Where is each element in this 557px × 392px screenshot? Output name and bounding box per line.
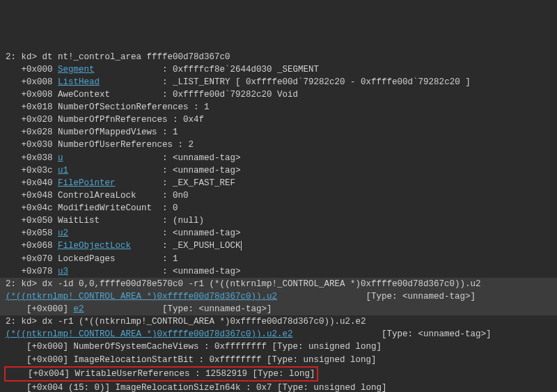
struct-field-name: NumberOfUserReferences (58, 140, 173, 150)
command-line: 2: kd> dx -id 0,0,ffffe00d78e570c0 -r1 (… (0, 278, 557, 290)
struct-row: +0x008 ListHead : _LIST_ENTRY [ 0xffffe0… (0, 76, 557, 88)
struct-field-value: _EX_PUSH_LOCK (173, 241, 241, 251)
struct-field-value: 1 (173, 254, 178, 264)
offset: +0x038 (6, 153, 58, 163)
struct-field-name: LockedPages (58, 254, 116, 264)
struct-field-value: _LIST_ENTRY [ 0xffffe00d`79282c20 - 0xff… (173, 77, 471, 87)
struct-field-value: 0n0 (173, 191, 189, 201)
type-annotation: [Type: <unnamed-tag>] (84, 304, 272, 314)
output-row: (*((ntkrnlmp!_CONTROL_AREA *)0xffffe00d7… (0, 290, 557, 303)
bitfield-row: [+0x004 (15: 0)] ImageRelocationSizeIn64… (0, 382, 557, 392)
output-row: [+0x000] e2 [Type: <unnamed-tag>] (0, 303, 557, 315)
struct-field-value: 1 (173, 127, 178, 137)
struct-field-value: <unnamed-tag> (173, 153, 241, 163)
struct-field-name: WaitList (58, 216, 100, 226)
offset: +0x030 (6, 140, 58, 150)
offset: [+0x000] (6, 304, 74, 314)
struct-field-link[interactable]: u (58, 153, 63, 163)
struct-row: +0x070 LockedPages : 1 (0, 253, 557, 265)
struct-row: +0x050 WaitList : (null) (0, 214, 557, 227)
offset: +0x070 (6, 254, 58, 264)
struct-row: +0x048 ControlAreaLock : 0n0 (0, 189, 557, 202)
struct-row: +0x030 NumberOfUserReferences : 2 (0, 139, 557, 151)
type-annotation: [Type: <unnamed-tag>] (277, 292, 476, 301)
prompt: 2: kd> (6, 52, 42, 62)
struct-field-name: NumberOfSectionReferences (58, 102, 189, 112)
command-text: dt nt!_control_area ffffe00d78d367c0 (42, 52, 230, 62)
struct-row: +0x000 Segment : 0xffffcf8e`2644d030 _SE… (0, 63, 557, 76)
struct-field-value: <unnamed-tag> (173, 166, 241, 175)
struct-row: +0x078 u3 : <unnamed-tag> (0, 265, 557, 278)
struct-row: +0x028 NumberOfMappedViews : 1 (0, 126, 557, 139)
struct-row: +0x008 AweContext : 0xffffe00d`79282c20 … (0, 88, 557, 101)
struct-field-link[interactable]: FileObjectLock (58, 241, 131, 251)
struct-field-value: 0x4f (183, 115, 204, 125)
struct-field-link[interactable]: e2 (74, 304, 84, 314)
struct-row: +0x04c ModifiedWriteCount : 0 (0, 202, 557, 214)
struct-field-link[interactable]: u2 (58, 228, 68, 238)
debugger-terminal[interactable]: 2: kd> dt nt!_control_area ffffe00d78d36… (0, 51, 557, 393)
struct-field-value: _EX_FAST_REF (173, 178, 235, 188)
struct-field-link[interactable]: Segment (58, 65, 95, 75)
offset: +0x000 (6, 65, 58, 75)
offset: +0x008 (6, 90, 58, 100)
bitfield-row: [+0x000] ImageRelocationStartBit : 0xfff… (0, 354, 557, 366)
struct-field-value: 0 (173, 203, 178, 213)
highlight-box: [+0x004] WritableUserReferences : 125829… (4, 366, 318, 382)
struct-field-value: 0xffffe00d`79282c20 Void (173, 90, 298, 100)
struct-field-value: 2 (189, 140, 194, 150)
struct-field-link[interactable]: ListHead (58, 77, 100, 87)
struct-row: +0x03c u1 : <unnamed-tag> (0, 164, 557, 177)
struct-field-link[interactable]: u1 (58, 166, 68, 175)
highlighted-block: 2: kd> dx -id 0,0,ffffe00d78e570c0 -r1 (… (0, 278, 557, 315)
struct-field-link[interactable]: u3 (58, 267, 68, 276)
text-cursor (241, 241, 242, 251)
struct-row: +0x068 FileObjectLock : _EX_PUSH_LOCK (0, 240, 557, 252)
prompt: 2: kd> (6, 279, 42, 289)
struct-row: +0x020 NumberOfPfnReferences : 0x4f (0, 113, 557, 126)
offset: +0x050 (6, 216, 58, 226)
offset: +0x04c (6, 203, 58, 213)
offset: +0x048 (6, 191, 58, 201)
struct-field-value: <unnamed-tag> (173, 228, 241, 238)
offset: +0x008 (6, 77, 58, 87)
struct-field-name: NumberOfPfnReferences (58, 115, 168, 125)
command-text: dx -id 0,0,ffffe00d78e570c0 -r1 (*((ntkr… (42, 279, 481, 289)
struct-field-name: ControlAreaLock (58, 191, 136, 201)
struct-field-name: NumberOfMappedViews (58, 127, 157, 137)
struct-row: +0x040 FilePointer : _EX_FAST_REF (0, 177, 557, 189)
type-annotation: [Type: <unnamed-tag>] (293, 329, 492, 339)
offset: +0x028 (6, 127, 58, 137)
offset: +0x068 (6, 241, 58, 251)
bitfield-row-highlighted: [+0x004] WritableUserReferences : 125829… (0, 366, 557, 382)
bitfield-row: [+0x000] NumberOfSystemCacheViews : 0xff… (0, 340, 557, 353)
struct-field-value: 1 (204, 102, 210, 112)
output-row: (*((ntkrnlmp!_CONTROL_AREA *)0xffffe00d7… (0, 328, 557, 340)
offset: +0x040 (6, 178, 58, 188)
offset: +0x058 (6, 228, 58, 238)
struct-row: +0x018 NumberOfSectionReferences : 1 (0, 101, 557, 113)
offset: +0x078 (6, 267, 58, 276)
struct-field-link[interactable]: FilePointer (58, 178, 116, 188)
expression-link[interactable]: (*((ntkrnlmp!_CONTROL_AREA *)0xffffe00d7… (6, 329, 293, 339)
command-text: dx -r1 (*((ntkrnlmp!_CONTROL_AREA *)0xff… (42, 317, 366, 327)
offset: +0x03c (6, 166, 58, 175)
struct-field-value: <unnamed-tag> (173, 267, 241, 276)
prompt: 2: kd> (6, 317, 42, 327)
command-line: 2: kd> dx -r1 (*((ntkrnlmp!_CONTROL_AREA… (0, 315, 557, 328)
offset: +0x020 (6, 115, 58, 125)
command-line: 2: kd> dt nt!_control_area ffffe00d78d36… (0, 51, 557, 63)
struct-row: +0x038 u : <unnamed-tag> (0, 152, 557, 164)
struct-field-name: ModifiedWriteCount (58, 203, 152, 213)
struct-field-value: 0xffffcf8e`2644d030 _SEGMENT (173, 65, 319, 75)
offset: +0x018 (6, 102, 58, 112)
expression-link[interactable]: (*((ntkrnlmp!_CONTROL_AREA *)0xffffe00d7… (6, 292, 277, 301)
struct-row: +0x058 u2 : <unnamed-tag> (0, 227, 557, 240)
struct-field-value: (null) (173, 216, 204, 226)
struct-field-name: AweContext (58, 90, 110, 100)
